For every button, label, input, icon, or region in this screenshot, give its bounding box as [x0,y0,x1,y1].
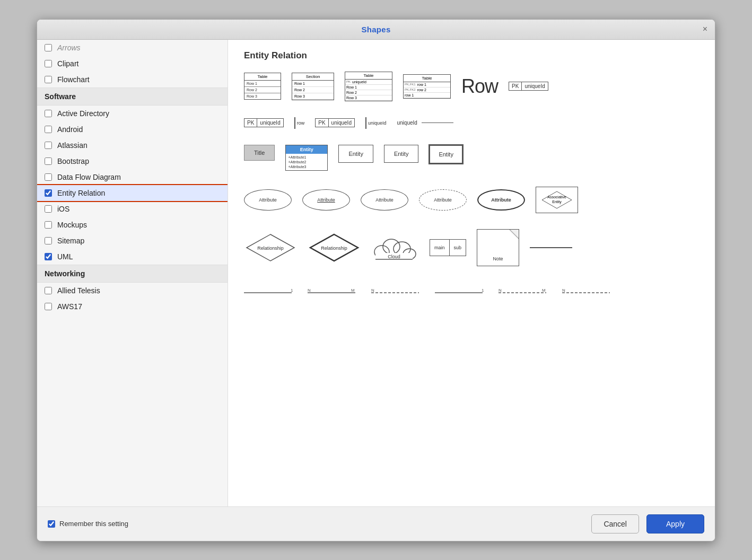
sidebar-item-allied-telesis[interactable]: Allied Telesis [37,283,228,299]
erd-line-6: N [562,287,615,298]
svg-text:M: M [542,288,546,293]
sidebar-item-data-flow-diagram[interactable]: Data Flow Diagram [37,169,228,185]
checkbox-aws17[interactable] [45,303,52,310]
shape-row-large-preview: Row [461,75,498,98]
title-bar: Shapes × [37,20,715,40]
shape-table: Table Row 1 Row 2 Row 3 [244,73,281,100]
shape-attribute-2: Attribute [302,189,350,211]
sidebar-item-bootstrap[interactable]: Bootstrap [37,153,228,169]
checkbox-bootstrap[interactable] [45,158,52,165]
sidebar-label-data-flow-diagram: Data Flow Diagram [57,173,121,181]
unique-text: uniqueId [397,120,417,126]
shape-pk-unique-preview: PK uniqueId [509,82,548,91]
dialog-title: Shapes [361,25,390,34]
fk-row-pk-fk2: PK,FK2 row 2 [404,88,450,93]
sidebar-item-ios[interactable]: iOS [37,201,228,217]
fk-row-1: Row 1 [345,85,392,90]
erd-line-1: 1 [244,287,297,298]
shape-section-preview: Section Row 1 Row 2 Row 3 [292,73,334,100]
checkbox-arrows[interactable] [45,44,52,51]
shape-title-preview: Title [244,145,275,161]
checkbox-allied-telesis[interactable] [45,287,52,294]
shapes-row-3: Title Entity +Attribute1 +Attribute2 +At… [244,145,699,171]
close-button[interactable]: × [703,25,707,33]
content-area: Arrows Clipart Flowchart Software Active… [37,40,715,506]
unique-bar-line [365,117,366,129]
shape-note-preview: Note [477,229,519,266]
erd-line-svg-2: N M [308,287,361,298]
remember-setting[interactable]: Remember this setting [48,520,128,528]
svg-text:Relationship: Relationship [257,246,284,251]
checkbox-data-flow-diagram[interactable] [45,173,52,181]
checkbox-uml[interactable] [45,253,52,260]
uid-box: uniqueId [522,82,548,91]
pk-box-3: PK [315,118,328,127]
checkbox-atlassian[interactable] [45,142,52,149]
shape-entity-full-preview: Entity +Attribute1 +Attribute2 +Attribut… [285,145,328,171]
uid-box-3: uniqueId [329,118,355,127]
sidebar-item-uml[interactable]: UML [37,249,228,265]
entity-rows: +Attribute1 +Attribute2 +Attribute3 [286,154,327,170]
entity-full-header: Entity [286,145,327,154]
erd-line-4: 1 [435,287,488,298]
svg-text:M: M [351,288,355,293]
sidebar-label-entity-relation: Entity Relation [57,189,105,197]
checkbox-sitemap[interactable] [45,237,52,244]
apply-button[interactable]: Apply [646,514,704,533]
checkbox-flowchart[interactable] [45,76,52,83]
shapes-grid: Table Row 1 Row 2 Row 3 Section Row 1 Ro… [244,72,699,303]
shape-attribute-bold: Attribute [477,189,525,211]
cancel-button[interactable]: Cancel [591,514,639,533]
shape-section: Section Row 1 Row 2 Row 3 [292,73,334,100]
erd-line-3: N [371,287,424,298]
pk-box-2: PK [244,118,257,127]
row-label: row [297,120,305,126]
sidebar-item-arrows[interactable]: Arrows [37,40,228,56]
sidebar-label-clipart: Clipart [57,59,78,68]
shape-table-fk-preview: Table PK,FK1 row 1 PK,FK2 row 2 row 1 [403,74,451,99]
table-row-2: Row 2 [244,87,281,93]
sec-row-2: Row 2 [292,87,334,93]
diamond-svg-1: Relationship [244,232,297,264]
note-label: Note [493,256,503,261]
checkbox-android[interactable] [45,126,52,133]
sidebar-item-flowchart[interactable]: Flowchart [37,72,228,88]
shapes-row-1: Table Row 1 Row 2 Row 3 Section Row 1 Ro… [244,72,699,101]
sidebar-item-atlassian[interactable]: Atlassian [37,137,228,153]
shape-unique-bar-preview: uniqueId [365,117,387,129]
sidebar-label-active-directory: Active Directory [57,109,109,118]
sub-col: sub [450,240,466,256]
sidebar-item-aws17[interactable]: AWS17 [37,299,228,314]
sidebar-item-active-directory[interactable]: Active Directory [37,106,228,121]
sidebar-item-sitemap[interactable]: Sitemap [37,233,228,249]
sidebar-item-mockups[interactable]: Mockups [37,217,228,233]
cloud-svg: Cloud [371,232,419,264]
checkbox-active-directory[interactable] [45,110,52,117]
sidebar-label-uml: UML [57,252,73,261]
shape-entity-plain: Entity [338,145,373,163]
shapes-row-2: PK uniqueId row PK [244,117,699,129]
sidebar-label-aws17: AWS17 [57,302,82,311]
shapes-row-5: Relationship Relationship [244,229,699,266]
main-col: main [430,240,450,256]
shape-note: Note [477,229,519,266]
erd-lines-row: 1 N M N [244,282,699,303]
section-header-networking: Networking [37,265,228,283]
checkbox-entity-relation[interactable] [45,189,52,197]
checkbox-mockups[interactable] [45,221,52,229]
fk-row-2: Row 2 [345,90,392,95]
pk-box: PK [509,82,522,91]
uid-box-2: uniqueId [257,118,283,127]
sidebar-item-clipart[interactable]: Clipart [37,56,228,72]
erd-line-svg-4: 1 [435,287,488,298]
svg-text:N: N [371,288,374,293]
shape-assoc-entity: AssociativeEntity [536,187,578,213]
checkbox-ios[interactable] [45,205,52,213]
erd-line-svg-3: N [371,287,424,298]
sidebar-item-entity-relation[interactable]: Entity Relation [37,185,228,201]
remember-checkbox[interactable] [48,520,55,528]
sidebar-item-android[interactable]: Android [37,121,228,137]
checkbox-clipart[interactable] [45,60,52,67]
sec-row-3: Row 3 [292,93,334,100]
erd-line-5: N M [499,287,552,298]
